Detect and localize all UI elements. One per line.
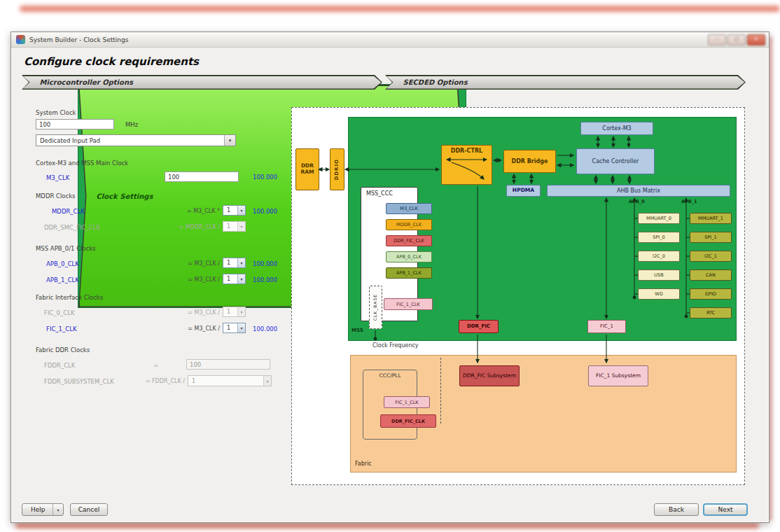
m3-clk-input[interactable] (165, 172, 239, 182)
fabric-region: CCC/PLL FIC_1_CLK DDR_FIC_CLK DDR_FIC Su… (350, 355, 737, 472)
top-artifact-streak (20, 6, 780, 12)
fddr-clk-input (186, 359, 270, 370)
peripheral-can: CAN (690, 270, 732, 281)
chip-fic1-clk: FIC_1_CLK (384, 298, 433, 310)
chip-mddr-clk: MDDR_CLK (386, 219, 432, 230)
system-clock-input[interactable] (36, 119, 114, 130)
peripheral-usb: USB (638, 270, 680, 281)
help-button-label: Help (31, 506, 46, 513)
fic1-clk-divider-select[interactable]: 1 ▾ (223, 323, 246, 333)
cache-controller-block: Cache Controller (576, 148, 655, 174)
mddr-clk-formula: = M3_CLK * (151, 208, 220, 214)
fic1-clk-freq: 100.000 (253, 326, 277, 332)
ddr-bridge-block: DDR Bridge (503, 150, 556, 173)
ddr-smc-fic-clk-label: DDR_SMC_FIC_CLK (44, 224, 100, 231)
divider-value: 1 (227, 276, 230, 282)
fic0-clk-divider-select: 1 ▾ (223, 307, 246, 317)
clk-base-label: CLK_BASE (373, 294, 378, 321)
peripheral-gpio: GPIO (690, 288, 732, 300)
fddr-clocks-header: Fabric DDR Clocks (36, 346, 90, 354)
chip-m3-clk: M3_CLK (386, 203, 432, 214)
peripheral-i2c0: I2C_0 (638, 251, 680, 262)
step-secded-options[interactable]: SECDED Options (385, 75, 746, 90)
apb0-clk-freq: 100.000 (253, 260, 277, 267)
mddr-clk-freq: 100.000 (253, 208, 277, 215)
ddr-smc-fic-clk-divider-select: 1 ▾ (223, 221, 246, 232)
chevron-down-icon[interactable]: ▾ (237, 206, 245, 215)
maximize-icon[interactable]: ▢ (727, 34, 746, 46)
apb0-clk-link[interactable]: APB_0_CLK (46, 260, 79, 267)
system-clock-label: System Clock (36, 109, 76, 116)
apb0-bus-label: APB_0 (629, 199, 645, 204)
fabric-dashed-divider (440, 358, 441, 424)
main-clock-header: Cortex-M3 and MSS Main Clock (36, 160, 128, 167)
wizard-steps: Device Features Memory Select Peripheral… (22, 75, 746, 90)
mddr-clocks-header: MDDR Clocks (36, 192, 76, 200)
peripheral-i2c1: I2C_1 (690, 251, 732, 262)
help-button[interactable]: Help ▾ (22, 503, 64, 516)
fic-clocks-header: Fabric Interface Clocks (36, 294, 103, 301)
fic1-clk-formula: = M3_CLK / (151, 326, 220, 332)
apb0-clk-formula: = M3_CLK / (151, 260, 220, 267)
hpdma-block: HPDMA (506, 185, 541, 197)
fddr-subsystem-clk-divider-select: 1 ▾ (188, 375, 272, 386)
mss-ccc-chip-column: M3_CLK MDDR_CLK DDR_FIC_CLK APB_0_CLK AP… (386, 203, 432, 279)
mss-region-label: MSS (351, 328, 363, 333)
peripheral-wd: WD (638, 288, 680, 300)
peripheral-spi1: SPI_1 (690, 232, 732, 243)
step-label: SECDED Options (403, 78, 468, 86)
ahb-bus-matrix-block: AHB Bus Matrix (547, 185, 730, 197)
apb0-clk-divider-select[interactable]: 1 ▾ (223, 258, 246, 268)
ddrio-block: DDRIO (330, 148, 344, 190)
apb1-clk-link[interactable]: APB_1_CLK (46, 276, 79, 284)
cancel-button[interactable]: Cancel (70, 503, 108, 516)
minimize-icon[interactable]: – (708, 34, 726, 46)
chevron-down-icon[interactable]: ▾ (224, 135, 235, 146)
ddr-ctrl-block: DDR-CTRL (441, 145, 492, 185)
divider-value: 1 (192, 378, 195, 384)
chevron-down-icon: ▾ (263, 376, 271, 386)
apb1-clk-formula: = M3_CLK / (151, 276, 220, 283)
apb0-peripheral-column: MMUART_0 SPI_0 I2C_0 USB WD (638, 213, 680, 300)
ddr-fic-block: DDR_FIC (459, 320, 499, 333)
chevron-down-icon[interactable]: ▾ (53, 504, 63, 515)
m3-clk-freq: 100.000 (253, 174, 277, 181)
step-label: Clock Settings (97, 192, 153, 200)
window-controls: – ▢ ✕ (708, 34, 765, 46)
chevron-down-icon: ▾ (237, 222, 245, 231)
next-button[interactable]: Next (703, 503, 748, 516)
mddr-clk-divider-select[interactable]: 1 ▾ (223, 205, 246, 216)
back-button[interactable]: Back (654, 503, 699, 516)
divider-value: 1 (227, 207, 230, 214)
clock-diagram-panel: DDR RAM DDRIO DDR-CTRL DDR Bridge Cortex… (291, 107, 745, 485)
title-bar[interactable]: System Builder - Clock Settings (11, 32, 769, 48)
close-icon[interactable]: ✕ (747, 34, 765, 46)
chevron-down-icon[interactable]: ▾ (237, 323, 245, 332)
fic0-clk-formula: = M3_CLK / (151, 309, 220, 316)
fic1-subsystem-block: FIC_1 Subsystem (588, 365, 648, 386)
apb1-clk-divider-select[interactable]: 1 ▾ (223, 274, 246, 284)
peripheral-rtc: RTC (690, 307, 732, 318)
fic1-block: FIC_1 (587, 320, 626, 333)
chevron-down-icon[interactable]: ▾ (237, 258, 245, 267)
divider-value: 1 (227, 325, 230, 331)
fddr-clk-label: FDDR_CLK (44, 362, 75, 369)
chevron-down-icon[interactable]: ▾ (237, 274, 245, 284)
apb1-bus-label: APB_1 (681, 199, 697, 204)
clock-source-select[interactable]: Dedicated Input Pad ▾ (36, 134, 236, 146)
system-builder-window: System Builder - Clock Settings – ▢ ✕ Co… (11, 31, 769, 523)
ddr-ram-block: DDR RAM (295, 148, 319, 190)
apb1-clk-freq: 100.000 (253, 276, 277, 284)
mddr-clk-link[interactable]: MDDR_CLK (52, 208, 85, 215)
ddr-smc-fic-clk-formula: = MDDR_CLK / (151, 224, 220, 230)
step-microcontroller-options[interactable]: Microcontroller Options (22, 75, 382, 90)
cortex-m3-block: Cortex-M3 (580, 122, 653, 135)
clock-source-value: Dedicated Input Pad (40, 137, 100, 144)
apb-clocks-header: MSS APB_0/1 Clocks (36, 245, 96, 252)
m3-clk-link[interactable]: M3_CLK (46, 174, 69, 181)
fabric-chip-fic1-clk: FIC_1_CLK (384, 396, 430, 408)
peripheral-spi0: SPI_0 (638, 232, 680, 243)
system-clock-unit: MHz (125, 121, 138, 128)
fic1-clk-link[interactable]: FIC_1_CLK (46, 326, 76, 332)
chip-ddr-fic-clk: DDR_FIC_CLK (386, 235, 432, 246)
